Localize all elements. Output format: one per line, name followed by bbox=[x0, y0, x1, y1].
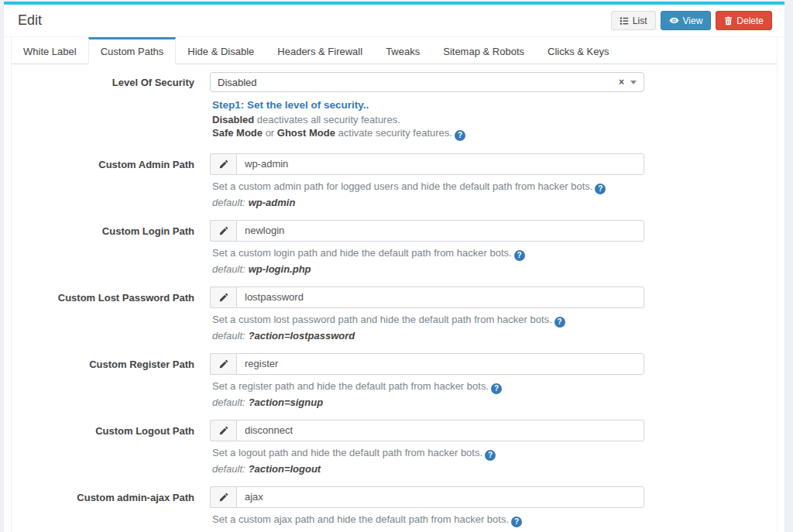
field-label: Custom Register Path bbox=[12, 353, 194, 409]
list-button[interactable]: List bbox=[611, 11, 656, 30]
delete-button-label: Delete bbox=[736, 16, 764, 26]
default-label: default: bbox=[212, 530, 245, 532]
security-help-line-2: Safe Mode or Ghost Mode activate securit… bbox=[212, 127, 644, 141]
custom-admin-path-input[interactable] bbox=[236, 153, 644, 175]
default-label: default: bbox=[212, 197, 245, 208]
custom-paths-form: Level Of Security Disabled × Step1: Set … bbox=[12, 64, 777, 532]
settings-tabs: White Label Custom Paths Hide & Disable … bbox=[12, 37, 777, 64]
custom-login-path-input[interactable] bbox=[236, 220, 644, 242]
field-help: Set a custom lost password path and hide… bbox=[212, 314, 644, 328]
custom-register-path-input[interactable] bbox=[236, 353, 644, 375]
pencil-icon bbox=[210, 353, 236, 375]
default-label: default: bbox=[212, 396, 245, 408]
question-circle-icon[interactable]: ? bbox=[455, 130, 465, 141]
tab-custom-paths[interactable]: Custom Paths bbox=[88, 37, 177, 64]
field-help: Set a register path and hide the default… bbox=[212, 380, 644, 394]
header-buttons: List View Delete bbox=[606, 11, 772, 30]
question-circle-icon[interactable]: ? bbox=[595, 184, 606, 194]
text-input-group bbox=[210, 353, 644, 375]
text-input-group bbox=[210, 420, 644, 441]
field-default: default:wp-login.php bbox=[212, 263, 644, 276]
custom-login-path-row: Custom Login Path Set a custom login pat… bbox=[12, 220, 777, 276]
view-button-label: View bbox=[683, 16, 703, 26]
default-value: wp-admin bbox=[249, 197, 296, 208]
field-help: Set a custom ajax path and hide the defa… bbox=[212, 513, 644, 527]
field-label: Custom admin-ajax Path bbox=[12, 486, 194, 532]
edit-panel: Edit List View Delete bbox=[4, 2, 784, 532]
custom-register-path-row: Custom Register Path Set a register path… bbox=[12, 353, 777, 409]
custom-lost-password-path-input[interactable] bbox=[236, 287, 644, 308]
field-default: default:wp-admin bbox=[212, 197, 644, 209]
eye-icon bbox=[669, 15, 679, 26]
question-circle-icon[interactable]: ? bbox=[554, 317, 565, 328]
tab-clicks-keys[interactable]: Clicks & Keys bbox=[536, 37, 620, 64]
default-value: admin-ajax.php bbox=[249, 530, 322, 532]
selected-option: Disabled bbox=[218, 77, 257, 88]
question-circle-icon[interactable]: ? bbox=[485, 450, 496, 461]
default-value: wp-login.php bbox=[249, 263, 311, 275]
custom-logout-path-row: Custom Logout Path Set a logout path and… bbox=[12, 420, 777, 475]
list-button-label: List bbox=[633, 16, 647, 26]
default-value: ?action=lostpassword bbox=[249, 330, 355, 342]
trash-icon bbox=[724, 16, 733, 26]
text-input-group bbox=[210, 220, 644, 242]
pencil-icon bbox=[210, 153, 236, 175]
field-label: Custom Logout Path bbox=[12, 420, 194, 475]
field-default: default:?action=logout bbox=[212, 463, 644, 475]
step-help-title: Step1: Set the level of security.. bbox=[212, 99, 644, 111]
custom-admin-ajax-path-row: Custom admin-ajax Path Set a custom ajax… bbox=[12, 486, 777, 532]
field-default: default:admin-ajax.php bbox=[212, 530, 644, 532]
level-of-security-select[interactable]: Disabled × bbox=[210, 72, 644, 92]
default-label: default: bbox=[212, 330, 245, 342]
custom-logout-path-input[interactable] bbox=[236, 420, 644, 441]
custom-lost-password-path-row: Custom Lost Password Path Set a custom l… bbox=[12, 287, 777, 342]
tab-hide-disable[interactable]: Hide & Disable bbox=[176, 37, 266, 64]
tab-white-label[interactable]: White Label bbox=[12, 37, 88, 64]
panel-header: Edit List View Delete bbox=[4, 5, 784, 37]
field-label: Custom Lost Password Path bbox=[12, 287, 194, 342]
delete-button[interactable]: Delete bbox=[716, 11, 772, 30]
page-title: Edit bbox=[18, 12, 42, 29]
tab-headers-firewall[interactable]: Headers & Firewall bbox=[266, 37, 374, 64]
list-icon bbox=[620, 16, 629, 26]
default-label: default: bbox=[212, 463, 245, 475]
tab-tweaks[interactable]: Tweaks bbox=[374, 37, 431, 64]
security-help-line-1: Disabled deactivates all security featur… bbox=[212, 114, 644, 127]
clear-selection-icon[interactable]: × bbox=[619, 77, 624, 88]
text-input-group bbox=[210, 486, 644, 508]
settings-tab-box: White Label Custom Paths Hide & Disable … bbox=[11, 37, 778, 532]
field-label: Level Of Security bbox=[12, 72, 194, 141]
tab-sitemap-robots[interactable]: Sitemap & Robots bbox=[431, 37, 536, 64]
field-default: default:?action=lostpassword bbox=[212, 330, 644, 342]
custom-admin-path-row: Custom Admin Path Set a custom admin pat… bbox=[12, 153, 777, 209]
field-help: Set a custom admin path for logged users… bbox=[212, 180, 644, 194]
question-circle-icon[interactable]: ? bbox=[511, 517, 522, 527]
level-of-security-row: Level Of Security Disabled × Step1: Set … bbox=[12, 72, 777, 141]
field-help: Set a logout path and hide the default p… bbox=[212, 447, 644, 461]
field-label: Custom Login Path bbox=[12, 220, 194, 276]
text-input-group bbox=[210, 287, 644, 308]
pencil-icon bbox=[210, 486, 236, 508]
dropdown-arrow-icon bbox=[630, 81, 637, 84]
view-button[interactable]: View bbox=[661, 11, 712, 30]
text-input-group bbox=[210, 153, 644, 175]
pencil-icon bbox=[210, 287, 236, 308]
field-help: Set a custom login path and hide the def… bbox=[212, 247, 644, 261]
field-default: default:?action=signup bbox=[212, 396, 644, 409]
custom-admin-ajax-path-input[interactable] bbox=[236, 486, 644, 508]
default-value: ?action=logout bbox=[249, 463, 321, 475]
question-circle-icon[interactable]: ? bbox=[514, 250, 525, 261]
pencil-icon bbox=[210, 220, 236, 242]
pencil-icon bbox=[210, 420, 236, 441]
default-value: ?action=signup bbox=[249, 396, 323, 408]
field-label: Custom Admin Path bbox=[12, 153, 194, 209]
question-circle-icon[interactable]: ? bbox=[491, 383, 502, 394]
default-label: default: bbox=[212, 263, 245, 275]
